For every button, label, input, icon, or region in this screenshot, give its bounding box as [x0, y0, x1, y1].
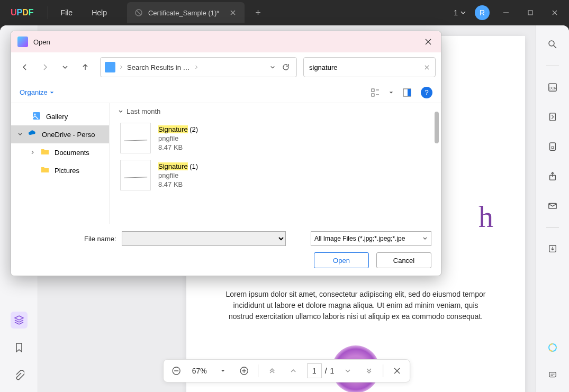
first-page-button[interactable] — [265, 363, 279, 378]
page-controls-toolbar: 67% / 1 — [163, 359, 411, 382]
chevron-down-icon — [422, 236, 428, 241]
maximize-button[interactable] — [522, 5, 538, 21]
sidebar-item-pictures[interactable]: Pictures — [11, 161, 109, 179]
chevron-down-icon — [50, 90, 54, 95]
nav-back-button[interactable] — [16, 59, 33, 76]
attachment-button[interactable] — [11, 367, 28, 384]
folder-icon — [41, 148, 50, 157]
pdf-icon — [134, 8, 143, 17]
dialog-navbar: Search Results in Do... — [11, 52, 441, 82]
new-tab-button[interactable]: + — [255, 7, 261, 19]
svg-line-16 — [554, 45, 556, 48]
tab-close-button[interactable] — [229, 8, 237, 17]
dialog-toolbar: Organize ? — [11, 82, 441, 103]
tab-title: Certificate_Sample (1)* — [148, 9, 219, 17]
dialog-footer: File name: All Image Files (*.jpg;*.jpeg… — [11, 224, 441, 276]
ocr-button[interactable]: OCR — [544, 79, 561, 96]
nav-recent-button[interactable] — [57, 59, 74, 76]
dialog-close-button[interactable] — [422, 35, 435, 48]
file-type-select[interactable]: All Image Files (*.jpg;*.jpeg;*.jpe — [311, 231, 431, 246]
search-clear-button[interactable] — [424, 65, 430, 70]
file-size: 8.47 KB — [158, 180, 198, 188]
nav-forward-button[interactable] — [37, 59, 53, 76]
menu-file[interactable]: File — [51, 8, 83, 17]
file-item[interactable]: Signature (2) pngfile 8.47 KB — [118, 120, 432, 157]
chevron-right-icon — [120, 65, 123, 70]
bookmark-button[interactable] — [11, 339, 28, 356]
chevron-right-icon — [195, 65, 198, 70]
refresh-button[interactable] — [279, 59, 292, 76]
svg-rect-40 — [33, 112, 40, 120]
onedrive-icon — [28, 130, 38, 139]
close-button[interactable] — [547, 5, 563, 21]
page-total: 1 — [330, 367, 335, 375]
nav-up-button[interactable] — [77, 59, 94, 76]
divider — [546, 66, 559, 66]
group-header[interactable]: Last month — [118, 107, 432, 115]
help-button[interactable]: ? — [421, 87, 432, 98]
chevron-down-icon — [118, 109, 123, 114]
zoom-out-button[interactable] — [169, 363, 184, 378]
ai-button[interactable] — [544, 339, 561, 356]
sidebar-item-onedrive[interactable]: OneDrive - Perso — [11, 125, 109, 143]
comment-button[interactable] — [544, 367, 561, 384]
zoom-in-button[interactable] — [237, 363, 251, 378]
scrollbar[interactable] — [435, 112, 439, 143]
chevron-down-icon — [17, 132, 24, 137]
svg-rect-19 — [549, 113, 555, 121]
search-icon[interactable] — [544, 36, 561, 53]
open-button[interactable]: Open — [314, 252, 369, 268]
svg-line-1 — [137, 11, 141, 15]
divider — [383, 364, 383, 377]
sidebar-item-gallery[interactable]: Gallery — [11, 107, 109, 125]
sidebar-item-documents[interactable]: Documents — [11, 143, 109, 161]
file-thumbnail — [120, 160, 151, 190]
dialog-titlebar: Open — [11, 31, 441, 52]
save-button[interactable] — [544, 240, 561, 257]
crop-button[interactable] — [544, 108, 561, 125]
address-bar[interactable]: Search Results in Do... — [100, 57, 297, 77]
page-input[interactable] — [307, 363, 322, 378]
open-file-dialog: Open Search Results in Do... Organize — [11, 31, 441, 276]
prev-page-button[interactable] — [286, 363, 301, 378]
mail-button[interactable] — [544, 197, 561, 214]
chevron-down-icon[interactable] — [270, 65, 275, 70]
file-size: 8.47 KB — [158, 143, 198, 151]
tab-picker[interactable]: 1 — [454, 8, 466, 17]
chevron-down-icon — [460, 10, 466, 16]
app-logo: UPDF — [0, 8, 44, 17]
share-button[interactable] — [544, 168, 561, 185]
next-page-button[interactable] — [340, 363, 355, 378]
avatar[interactable]: R — [475, 5, 490, 20]
layers-button[interactable] — [11, 312, 28, 329]
protect-button[interactable] — [544, 138, 561, 155]
search-input[interactable] — [309, 63, 424, 71]
svg-rect-21 — [552, 147, 554, 149]
document-body-text: Lorem ipsum dolor sit amet, consectetur … — [223, 289, 488, 322]
dialog-sidebar: Gallery OneDrive - Perso Documents Pictu… — [11, 103, 110, 224]
file-name-input[interactable] — [122, 231, 286, 246]
address-text: Search Results in Do... — [127, 63, 191, 71]
last-page-button[interactable] — [362, 363, 376, 378]
svg-rect-34 — [372, 89, 374, 92]
minimize-button[interactable] — [498, 5, 514, 21]
close-toolbar-button[interactable] — [390, 363, 404, 378]
page-indicator: / 1 — [307, 363, 335, 378]
search-box — [303, 57, 436, 77]
file-name: Signature (2) — [158, 125, 198, 133]
file-list: Last month Signature (2) pngfile 8.47 KB… — [110, 103, 441, 224]
svg-rect-27 — [549, 372, 556, 377]
organize-menu[interactable]: Organize — [20, 88, 54, 96]
preview-pane-button[interactable] — [401, 86, 413, 99]
chevron-right-icon — [30, 150, 37, 155]
view-options-button[interactable] — [369, 86, 382, 99]
zoom-dropdown[interactable] — [215, 363, 230, 378]
svg-rect-39 — [408, 89, 411, 96]
menu-help[interactable]: Help — [82, 8, 116, 17]
app-titlebar: UPDF File Help Certificate_Sample (1)* +… — [0, 0, 569, 25]
document-tab[interactable]: Certificate_Sample (1)* — [127, 2, 245, 23]
chevron-down-icon[interactable] — [389, 90, 393, 95]
gallery-icon — [32, 112, 42, 121]
cancel-button[interactable]: Cancel — [376, 252, 431, 268]
file-item[interactable]: Signature (1) pngfile 8.47 KB — [118, 157, 432, 194]
